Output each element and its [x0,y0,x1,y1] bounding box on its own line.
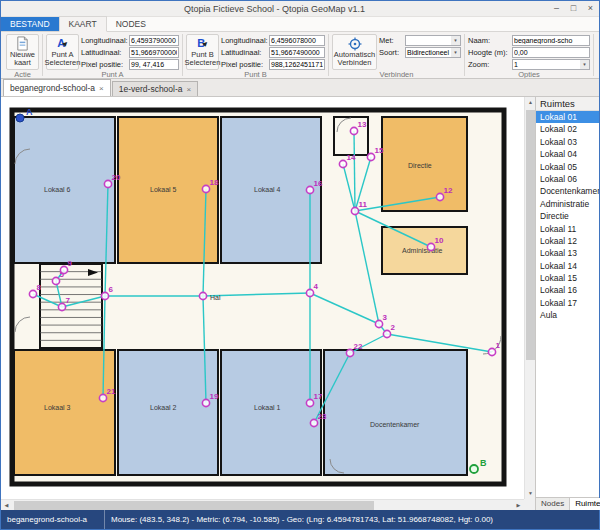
node-number: 21 [107,387,116,396]
room-label: Directie [408,162,432,169]
node-number: 18 [210,178,219,187]
naam-label: Naam: [468,36,512,45]
marker-b-label: B [480,458,487,468]
hoogte-input[interactable] [512,47,590,58]
group-caption-actie: Actie [3,70,42,80]
group-caption-opties: Opties [465,70,593,79]
select-point-b-button[interactable]: B▶ Punt B Selecteren [186,34,219,70]
node-number: 3 [383,313,388,322]
statusbar: beganegrond-school-a Mouse: (483.5, 348.… [1,510,599,529]
node-number: 4 [314,282,319,291]
tab-nodes[interactable]: NODES [107,17,155,31]
marker-b[interactable] [470,465,478,473]
ribbon-group-verbinden: Automatisch Verbinden Met: ▾ Soort: Bidi… [329,33,464,77]
group-caption-punt-b: Punt B [183,70,328,79]
room-list-item[interactable]: Lokaal 12 [536,235,599,247]
zoom-combobox[interactable]: 1▾ [512,59,590,70]
ribbon-group-punt-a: A▶ Punt A Selecteren Longitudinaal: Lati… [43,33,182,77]
dropdown-arrow-icon[interactable]: ▾ [580,60,589,69]
node-number: 20 [112,173,121,182]
field-label: Pixel positie: [221,60,269,69]
new-map-icon [15,36,30,51]
room-list-item[interactable]: Docentenkamer [536,185,599,197]
punt-a-pixel-input[interactable] [129,59,179,70]
bottom-tab-nodes[interactable]: Nodes [536,498,570,510]
dropdown-arrow-icon[interactable]: ▾ [451,36,460,45]
punt-a-latitude-input[interactable] [129,47,179,58]
room-docentenkamer[interactable] [324,350,467,475]
soort-combobox[interactable]: Bidirectioneel▾ [405,47,461,58]
naam-input[interactable] [512,35,590,46]
bottom-tab-ruimtes[interactable]: Ruimtes [570,498,600,510]
room-list-item[interactable]: Lokaal 17 [536,297,599,309]
room-list-item[interactable]: Lokaal 16 [536,284,599,296]
field-label: Latitudinaal: [81,48,129,57]
met-combobox[interactable]: ▾ [405,35,461,46]
statusbar-document: beganegrond-school-a [1,510,105,529]
scroll-down-icon[interactable]: ▼ [525,488,535,499]
room-list-item[interactable]: Lokaal 05 [536,161,599,173]
vertical-scrollbar[interactable]: ▲ ▼ [524,97,535,499]
panel-bottom-tabs: Nodes Ruimtes [536,497,599,510]
map-node[interactable] [199,292,206,299]
room-list-item[interactable]: Lokaal 04 [536,148,599,160]
room-label: Lokaal 1 [254,404,281,411]
punt-a-longitude-input[interactable] [129,35,179,46]
room-list-item[interactable]: Lokaal 02 [536,123,599,135]
minimize-button[interactable]: – [548,1,565,16]
node-number: 17 [314,392,323,401]
zoom-label: Zoom: [468,60,512,69]
room-list-item[interactable]: Lokaal 13 [536,247,599,259]
map-canvas[interactable]: Lokaal 6Lokaal 5Lokaal 4DirectieAdminist… [1,97,535,510]
floorplan-svg: Lokaal 6Lokaal 5Lokaal 4DirectieAdminist… [4,100,516,496]
node-number: 8 [37,283,42,292]
room-list-item[interactable]: Lokaal 11 [536,223,599,235]
tab-close-icon[interactable]: × [99,84,104,93]
ribbon-group-punt-b: B▶ Punt B Selecteren Longitudinaal: Lati… [183,33,328,77]
punt-b-pixel-input[interactable] [269,59,325,70]
doc-tab-beganegrond[interactable]: beganegrond-school-a × [3,79,111,96]
scroll-right-icon[interactable]: ▶ [513,500,524,510]
tab-bestand[interactable]: BESTAND [1,17,59,31]
room-lokaal-3[interactable] [14,350,115,475]
new-map-button[interactable]: Nieuwe kaart [6,34,39,70]
auto-connect-button[interactable]: Automatisch Verbinden [332,34,377,70]
tab-kaart[interactable]: KAART [59,16,107,32]
met-label: Met: [379,36,405,45]
doc-tab-1e-verd[interactable]: 1e-verd-school-a × [112,81,198,96]
close-button[interactable]: × [582,1,599,16]
ribbon-group-actie: Nieuwe kaart Actie [3,33,42,77]
field-label: Longitudinaal: [81,36,129,45]
dropdown-arrow-icon[interactable]: ▾ [451,48,460,57]
room-list-item[interactable]: Administratie [536,198,599,210]
room-lokaal-1[interactable] [221,350,321,475]
select-point-a-button[interactable]: A▶ Punt A Selecteren [46,34,79,70]
tab-close-icon[interactable]: × [187,85,192,94]
document-tabbar: beganegrond-school-a × 1e-verd-school-a … [1,79,599,97]
room-list-item[interactable]: Lokaal 06 [536,173,599,185]
group-caption-punt-a: Punt A [43,70,182,79]
room-list-item[interactable]: Directie [536,210,599,222]
hall-label: Hal [210,294,221,301]
room-list-item[interactable]: Lokaal 01 [536,111,599,123]
room-label: Lokaal 3 [44,404,71,411]
node-number: 16 [314,179,323,188]
room-list-item[interactable]: Lokaal 03 [536,136,599,148]
room-lokaal-2[interactable] [118,350,218,475]
room-list-item[interactable]: Aula [536,309,599,321]
gps-icon [348,36,362,51]
room-list-item[interactable]: Lokaal 15 [536,272,599,284]
scroll-up-icon[interactable]: ▲ [525,97,535,108]
node-number: 10 [435,236,444,245]
marker-a[interactable] [16,114,24,122]
punt-b-longitude-input[interactable] [269,35,325,46]
maximize-button[interactable]: □ [565,1,582,16]
horizontal-scroll-thumb[interactable] [14,501,374,510]
punt-b-latitude-input[interactable] [269,47,325,58]
room-list-item[interactable]: Lokaal 14 [536,260,599,272]
horizontal-scrollbar[interactable]: ◀ ▶ [1,499,524,510]
statusbar-info: Mouse: (483.5, 348.2) - Metric: (6.794, … [105,515,493,524]
scroll-left-icon[interactable]: ◀ [1,500,12,510]
node-number: 13 [358,120,367,129]
vertical-scroll-thumb[interactable] [526,110,535,360]
